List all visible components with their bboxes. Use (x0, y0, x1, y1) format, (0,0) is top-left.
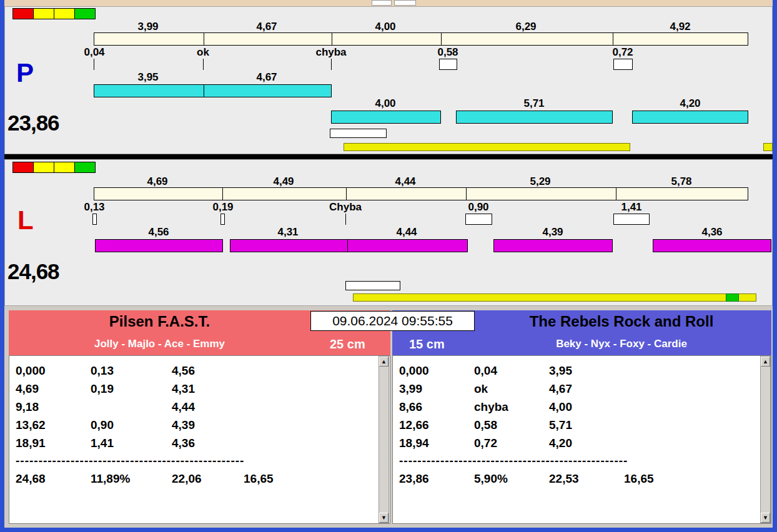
right-table-cell: 4,00 (549, 400, 572, 414)
left-team-jump-height: 25 cm (330, 337, 365, 352)
left-table-cell: 4,69 (16, 382, 39, 396)
left-table-cell: 4,39 (172, 418, 195, 432)
right-table-cell: 0,72 (474, 436, 497, 450)
right-table-cell: 3,95 (549, 364, 572, 378)
left-team-dogs: Jolly - Majlo - Ace - Emmy (9, 338, 310, 350)
left-table-total: 22,06 (172, 472, 202, 486)
split-divider (613, 32, 613, 46)
lane-l-mark-5: 1,41 (601, 201, 661, 214)
lane-l-total-time: 24,68 (7, 259, 59, 284)
lane-p-split-label-1: 3,99 (118, 21, 178, 33)
lane-l-fault-box-1 (92, 214, 97, 225)
traffic-green-segment (75, 9, 95, 19)
lane-p-mark-1: 0,04 (64, 46, 124, 59)
lane-l-mark-1: 0,13 (64, 201, 124, 214)
lane-p-dog-time-label-2: 4,67 (237, 71, 297, 84)
right-table-cell: 0,04 (474, 364, 497, 378)
lane-l-letter: L (17, 207, 34, 234)
right-table-cell: ok (474, 382, 488, 396)
right-table-cell: 0,000 (399, 364, 429, 378)
left-table-cell: 4,36 (172, 436, 195, 450)
dog-bar-divider (204, 84, 204, 97)
scroll-down-button[interactable]: ▼ (379, 513, 388, 523)
right-table-cell: 4,20 (549, 436, 572, 450)
left-table-cell: 0,000 (16, 364, 46, 378)
traffic-yellow-segment-2 (54, 9, 75, 19)
scroll-down-button[interactable]: ▼ (761, 513, 770, 523)
lane-l-mark-3: Chyba (315, 201, 375, 214)
titlebar-button-1[interactable] (372, 0, 392, 6)
lane-l-marker-box (345, 281, 400, 290)
lane-p-progress-fragment (763, 143, 773, 151)
lane-p-dog-time-label-3: 4,00 (355, 97, 415, 110)
left-table-cell: 4,56 (172, 364, 195, 378)
lane-l-split-bar (94, 187, 748, 200)
split-divider (204, 32, 204, 46)
lane-p-split-label-2: 4,67 (237, 21, 297, 33)
lane-l-progress-bar (353, 293, 756, 302)
lane-p-mark-3: chyba (301, 46, 361, 59)
traffic-yellow-segment-2 (54, 162, 75, 172)
split-divider (466, 187, 467, 200)
left-table-cell: 1,41 (91, 436, 114, 450)
lane-p-split-bar (94, 32, 748, 46)
lane-l-fault-box-3 (465, 214, 492, 225)
right-table-total: 16,65 (624, 472, 654, 486)
lane-divider (4, 154, 773, 159)
left-table-cell: 0,13 (91, 364, 114, 378)
right-table-total: 22,53 (549, 472, 579, 486)
mark-tick (94, 59, 94, 70)
lane-l-split-label-5: 5,78 (651, 175, 711, 188)
titlebar-button-2[interactable] (394, 0, 416, 6)
lane-p-dog-time-label-4: 5,71 (504, 97, 564, 110)
window-border-bottom (0, 528, 777, 532)
lane-p-dog-bar-4 (632, 111, 748, 124)
scroll-up-button[interactable]: ▲ (761, 357, 770, 367)
lane-l-mark-2: 0,19 (193, 201, 253, 214)
lane-l-dog-time-label-1: 4,56 (129, 226, 189, 239)
lane-l-traffic-light (12, 162, 96, 173)
lane-p-total-time: 23,86 (7, 111, 59, 135)
panel-gap (4, 306, 773, 310)
right-table-total: 23,86 (399, 472, 429, 486)
left-table-cell: 13,62 (16, 418, 46, 432)
timing-app-window: P 3,99 4,67 4,00 6,29 4,92 0,04 ok chyba… (0, 0, 777, 532)
left-table-cell: 4,44 (172, 400, 195, 414)
lane-p-mark-4: 0,58 (418, 46, 478, 59)
lane-p-split-label-4: 6,29 (496, 21, 556, 33)
split-divider (332, 32, 332, 46)
lane-l-dog-bar-1 (95, 239, 223, 252)
lane-p-dog-time-label-5: 4,20 (660, 97, 720, 110)
lane-p-split-label-5: 4,92 (650, 21, 710, 33)
right-team-dogs: Beky - Nyx - Foxy - Cardie (472, 338, 771, 350)
mark-tick (331, 59, 332, 70)
right-table-cell: chyba (474, 400, 508, 414)
right-team-name: The Rebels Rock and Roll (472, 313, 771, 330)
lane-p-letter: P (16, 60, 34, 86)
right-team-jump-height: 15 cm (409, 337, 445, 352)
left-team-name: Pilsen F.A.S.T. (9, 313, 310, 330)
lane-p-dog-bar-3 (456, 111, 613, 124)
split-divider (346, 187, 347, 200)
lane-p-traffic-light (12, 8, 96, 19)
right-table-scrollbar[interactable]: ▲ ▼ (760, 356, 771, 523)
lane-l-progress-green-marker (726, 293, 739, 302)
right-table-cell: 4,67 (549, 382, 572, 396)
lane-l-split-label-4: 5,29 (510, 175, 570, 188)
lane-p-split-label-3: 4,00 (355, 21, 415, 33)
left-table-cell: 4,31 (172, 382, 195, 396)
scroll-up-button[interactable]: ▲ (379, 357, 388, 367)
lane-l-fault-box-4 (613, 214, 650, 225)
lane-l-dog-bar-4 (653, 239, 771, 252)
traffic-yellow-segment-1 (34, 162, 54, 172)
left-table-cell: 9,18 (16, 400, 39, 414)
right-table-cell: 3,99 (399, 382, 422, 396)
clock-display: 09.06.2024 09:55:55 (310, 311, 475, 331)
scroll-down-icon: ▼ (381, 515, 387, 521)
left-table-separator: ----------------------------------------… (16, 454, 244, 468)
lane-l-mark-4: 0,90 (448, 201, 508, 214)
lane-l-dog-time-label-4: 4,39 (523, 226, 583, 239)
left-table-scrollbar[interactable]: ▲ ▼ (379, 356, 389, 523)
split-divider (222, 187, 223, 200)
lane-l-split-label-1: 4,69 (127, 175, 187, 188)
